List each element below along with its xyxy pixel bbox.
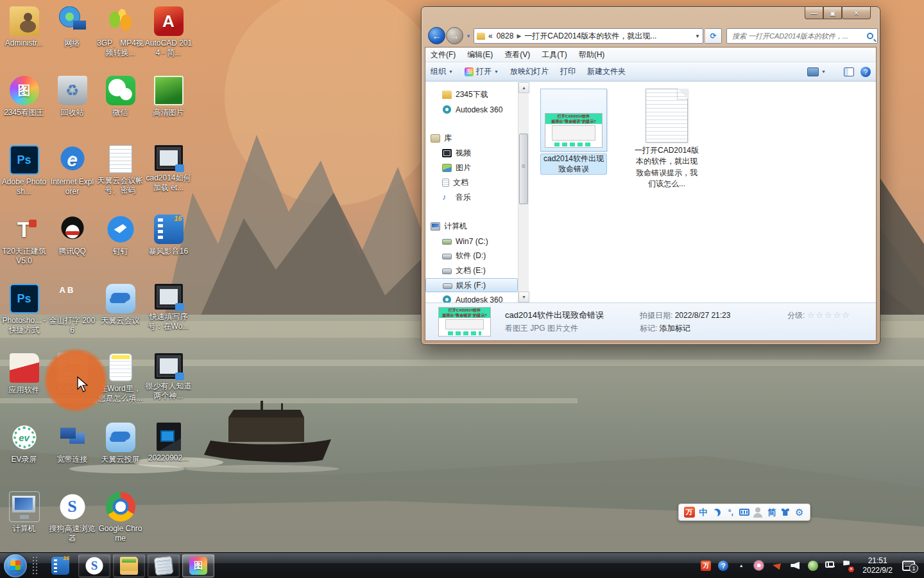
close-button[interactable]: ✕ (842, 7, 871, 19)
slideshow-button[interactable]: 放映幻灯片 (510, 66, 549, 77)
change-view-button[interactable]: ▼ (807, 67, 826, 76)
desktop-icon[interactable]: Google Chrome (96, 489, 144, 552)
file-item-image[interactable]: 打开CAD2014软件 就弹出“致命错误”的提示? cad2014软件出现致命错… (540, 89, 607, 175)
desktop-icon[interactable]: 宽带连接 (48, 420, 96, 489)
menu-item[interactable]: 工具(T) (542, 49, 567, 60)
desktop-icon[interactable]: 快速填写序号：在Wo... (144, 281, 193, 351)
taskbar-button[interactable] (78, 554, 110, 577)
notification-bubble-icon[interactable] (902, 561, 915, 571)
rating-stars-icon[interactable]: ☆☆☆☆☆ (807, 310, 851, 320)
tray-icon[interactable]: ? (718, 561, 728, 571)
nav-tree-item[interactable]: 音乐 (425, 190, 518, 205)
taskbar-button[interactable] (45, 554, 76, 577)
history-dropdown-icon[interactable]: ▼ (466, 33, 471, 39)
tray-icon[interactable] (754, 561, 764, 570)
desktop-icon[interactable]: 3GP、MP4视频转换... (96, 4, 144, 73)
scrollbar-thumb[interactable] (519, 134, 528, 204)
ime-icon[interactable]: 中 (697, 507, 708, 518)
nav-tree-item[interactable]: Win7 (C:) (425, 234, 518, 249)
new-folder-button[interactable]: 新建文件夹 (587, 66, 626, 77)
address-bar[interactable]: « 0828 ▶ 一打开CAD2014版本的软件，就出现... ▼ (474, 28, 703, 44)
desktop-icon[interactable]: 20220902... (144, 420, 193, 489)
ime-icon[interactable]: 万 (684, 507, 695, 518)
desktop-icon[interactable]: 网络 (48, 4, 96, 73)
search-box[interactable] (726, 28, 878, 44)
tray-icon[interactable] (841, 560, 853, 572)
desktop-icon[interactable]: 天翼云会议帐号、密码 (96, 143, 144, 212)
ime-icon[interactable] (753, 507, 764, 518)
address-dropdown-icon[interactable]: ▼ (695, 33, 700, 39)
minimize-button[interactable]: — (805, 7, 823, 19)
taskbar-clock[interactable]: 21:51 2022/9/2 (862, 556, 893, 575)
breadcrumb-folder[interactable]: 一打开CAD2014版本的软件，就出现... (524, 31, 656, 42)
desktop-icon[interactable]: 2345看图王 (0, 73, 48, 143)
file-item-text[interactable]: 一打开CAD2014版本的软件，就出现致命错误提示，我们该怎么... (631, 89, 702, 190)
desktop-icon[interactable]: Internet Explorer (48, 143, 96, 212)
open-button[interactable]: 图 打开 ▼ (465, 66, 499, 77)
desktop-icon[interactable]: Photosho... - 快捷方式 (0, 281, 48, 351)
ime-language-bar[interactable]: 万 中 °, 简 (678, 504, 810, 521)
desktop-icon[interactable]: 计算机 (0, 489, 48, 552)
tray-icon[interactable]: 万 (701, 561, 711, 571)
tray-icon[interactable]: ▴ (735, 560, 747, 572)
desktop-icon[interactable]: 很少有人知道两个神... (144, 351, 193, 420)
file-list-area[interactable]: 打开CAD2014软件 就弹出“致命错误”的提示? cad2014软件出现致命错… (529, 82, 876, 302)
desktop-icon[interactable]: 暴风影音16 (144, 212, 193, 281)
desktop-icon[interactable]: 应用软件 (0, 351, 48, 420)
scroll-up-arrow[interactable]: ▲ (518, 82, 529, 93)
ime-icon[interactable]: 简 (766, 507, 777, 518)
print-button[interactable]: 打印 (560, 66, 576, 77)
details-rating[interactable]: 分级: ☆☆☆☆☆ (787, 310, 851, 321)
tray-icon[interactable] (789, 560, 801, 572)
menu-item[interactable]: 编辑(E) (467, 49, 493, 60)
desktop-icon[interactable]: 腾讯QQ (48, 212, 96, 281)
ime-icon[interactable] (780, 507, 791, 518)
nav-tree-item[interactable]: Autodesk 360 (425, 102, 518, 117)
organize-button[interactable]: 组织 ▼ (431, 66, 453, 77)
nav-tree-item[interactable]: 软件 (D:) (425, 249, 518, 263)
desktop-icon[interactable]: 钉钉 (96, 212, 144, 281)
refresh-button[interactable]: ⟳ (705, 28, 722, 44)
back-button[interactable]: ← (428, 27, 445, 44)
tray-icon[interactable] (771, 560, 782, 572)
help-button[interactable]: ? (860, 67, 871, 77)
desktop-icon[interactable]: 搜狗高速浏览器 (48, 489, 96, 552)
taskbar-button[interactable] (182, 554, 214, 577)
ime-icon[interactable]: ⚙ (794, 507, 805, 518)
tray-icon[interactable] (808, 561, 818, 571)
desktop-icon[interactable]: cad2014如何加载 et... (144, 143, 193, 212)
taskbar-button[interactable] (148, 554, 180, 577)
ime-icon[interactable]: °, (725, 507, 736, 518)
forward-button[interactable]: → (446, 27, 463, 44)
desktop-icon[interactable]: Adobe Photosh... (0, 143, 48, 212)
desktop-icon[interactable]: 回收站 (48, 73, 96, 143)
nav-tree-item[interactable]: 库 (425, 131, 518, 146)
menu-item[interactable]: 查看(V) (504, 49, 530, 60)
desktop-icon[interactable]: EV录屏 (0, 420, 48, 489)
desktop-icon[interactable]: T20天正建筑 V5.0 (0, 212, 48, 281)
details-tags[interactable]: 标记: 添加标记 (640, 323, 787, 334)
breadcrumb-0828[interactable]: 0828 (497, 31, 514, 40)
preview-pane-button[interactable] (844, 67, 854, 76)
ime-icon[interactable] (739, 509, 749, 516)
nav-tree-item[interactable]: Autodesk 360 (425, 292, 518, 302)
nav-tree-item[interactable]: 图片 (425, 161, 518, 175)
taskbar-button[interactable] (113, 554, 145, 577)
search-icon[interactable] (867, 33, 873, 39)
nav-scrollbar[interactable]: ▲ ▼ (518, 82, 529, 302)
scroll-down-arrow[interactable]: ▼ (518, 292, 529, 302)
desktop-icon[interactable]: 微信 (96, 73, 144, 143)
desktop-icon[interactable]: AutoCAD 2014 - 简... (144, 4, 193, 73)
desktop-icon[interactable]: 金山打字 2006 (48, 281, 96, 351)
search-input[interactable] (731, 31, 867, 40)
desktop-icon[interactable]: 天翼云会议 (96, 281, 144, 351)
tray-icon[interactable] (825, 561, 834, 568)
ime-icon[interactable] (712, 507, 723, 518)
nav-tree-item[interactable]: 视频 (425, 146, 518, 161)
nav-tree-item[interactable]: 文档 (425, 175, 518, 190)
menu-item[interactable]: 文件(F) (431, 49, 456, 60)
nav-tree-item[interactable]: 文档 (E:) (425, 263, 518, 278)
desktop-icon[interactable]: Administr... (0, 4, 48, 73)
maximize-button[interactable]: ▣ (823, 7, 842, 19)
nav-tree-item[interactable]: 2345下载 (425, 87, 518, 102)
